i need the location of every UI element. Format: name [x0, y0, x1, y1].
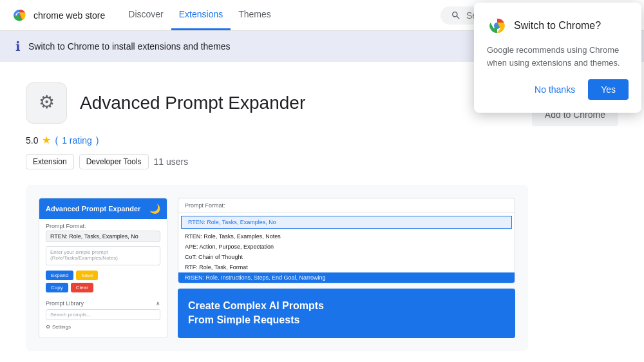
main-nav: Discover Extensions Themes [120, 0, 279, 30]
settings-label: Settings [52, 324, 71, 330]
preview-moon-icon: 🌙 [149, 204, 160, 214]
preview-select: RTEN: Role, Tasks, Examples, No [46, 231, 160, 242]
preview-clear-btn: Clear [71, 283, 93, 292]
preview-right-panel: Prompt Format: RTEN: Role, Tasks, Exampl… [178, 198, 515, 338]
preview-chevron-up-icon: ∧ [156, 300, 160, 307]
dropdown-option-1: APE: Action, Purpose, Expectation [178, 242, 515, 252]
nav-item-discover[interactable]: Discover [120, 0, 171, 30]
preview-dropdown: Prompt Format: RTEN: Role, Tasks, Exampl… [178, 198, 515, 283]
star-icon: ★ [42, 134, 51, 146]
dropdown-option-0: RTEN: Role, Tasks, Examples, Notes [178, 231, 515, 242]
yes-button[interactable]: Yes [588, 79, 629, 100]
preview-save-btn: Save [76, 271, 98, 280]
preview-search-prompts: Search prompts... [46, 309, 160, 320]
switch-chrome-popup: Switch to Chrome? Google recommends usin… [474, 3, 641, 113]
preview-buttons: Expand Save [46, 271, 160, 280]
rating-link[interactable]: ( [55, 135, 58, 146]
preview-settings: ⚙ Settings [46, 324, 160, 330]
dropdown-selected-item: RTEN: Role, Tasks, Examples, No [181, 216, 512, 229]
cta-line1: Create Complex AI Prompts [188, 299, 324, 313]
preview-library-label: Prompt Library [46, 300, 84, 307]
nav-item-themes[interactable]: Themes [231, 0, 279, 30]
rating-row: 5.0 ★ (1 rating) [26, 134, 554, 146]
search-icon [451, 10, 461, 21]
chrome-logo-icon [10, 6, 28, 24]
preview-copy-btn: Copy [46, 283, 68, 292]
users-count: 11 users [154, 157, 189, 167]
preview-expand-btn: Expand [46, 271, 73, 280]
preview-textarea: Enter your simple prompt (Role/Tasks/Exa… [46, 246, 160, 265]
preview-cta: Create Complex AI Prompts From Simple Re… [178, 289, 515, 338]
extension-name: Advanced Prompt Expander [80, 93, 305, 113]
no-thanks-button[interactable]: No thanks [527, 79, 583, 100]
tag-dev-tools: Developer Tools [79, 154, 149, 169]
rating-count[interactable]: 1 rating [62, 135, 92, 146]
popup-title: Switch to Chrome? [514, 20, 601, 32]
banner-text: Switch to Chrome to install extensions a… [28, 41, 231, 52]
cta-text: Create Complex AI Prompts From Simple Re… [188, 299, 324, 328]
preview-title: Advanced Prompt Expander [46, 204, 140, 213]
preview-library-header: Prompt Library ∧ [39, 295, 167, 309]
logo[interactable]: chrome web store [10, 6, 105, 24]
nav-item-extensions[interactable]: Extensions [171, 0, 231, 30]
settings-gear-icon: ⚙ [46, 324, 50, 330]
dropdown-header: Prompt Format: [178, 198, 515, 213]
extension-logo-icon: ⚙ [31, 88, 62, 119]
preview-area: Advanced Prompt Expander 🌙 Prompt Format… [26, 185, 528, 351]
rating-close-paren[interactable]: ) [96, 135, 99, 146]
svg-text:⚙: ⚙ [39, 92, 55, 112]
dropdown-option-3: RTF: Role, Task, Format [178, 262, 515, 272]
info-icon: ℹ [15, 39, 21, 54]
rating-number: 5.0 [26, 135, 38, 146]
popup-chrome-logo-icon [487, 15, 507, 36]
tag-extension: Extension [26, 154, 74, 169]
extension-icon: ⚙ [26, 82, 67, 124]
dropdown-option-2: CoT: Chain of Thought [178, 252, 515, 262]
preview-left-panel: Advanced Prompt Expander 🌙 Prompt Format… [39, 198, 167, 338]
popup-body: Google recommends using Chrome when usin… [487, 44, 629, 69]
preview-buttons-2: Copy Clear [46, 283, 160, 292]
tags-row: Extension Developer Tools 11 users [26, 154, 554, 169]
popup-header: Switch to Chrome? [487, 15, 629, 36]
preview-header: Advanced Prompt Expander 🌙 [39, 198, 167, 219]
cta-line2: From Simple Requests [188, 313, 324, 327]
dropdown-option-4: RISEN: Role, Instructions, Steps, End Go… [178, 272, 515, 283]
site-title: chrome web store [33, 10, 105, 21]
page: chrome web store Discover Extensions The… [0, 0, 644, 362]
preview-format-label: Prompt Format: [39, 219, 167, 231]
popup-actions: No thanks Yes [487, 79, 629, 100]
